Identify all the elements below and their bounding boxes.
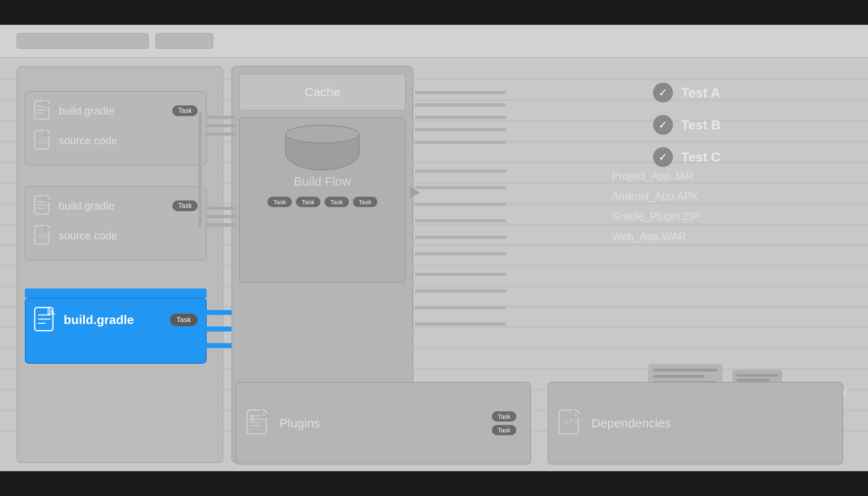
repo-line-s2 xyxy=(737,379,770,382)
svg-text:</>: </> xyxy=(37,137,51,145)
plugin-task-badges: Task Task xyxy=(492,411,516,435)
plugin-task-2: Task xyxy=(492,425,516,435)
conn-l-3 xyxy=(207,132,236,136)
test-b-label: Test B xyxy=(681,117,720,133)
file-row-2: </> source code xyxy=(34,130,198,151)
file-row-5: build.gradle Task xyxy=(34,307,198,333)
task-badge-2: Task xyxy=(172,200,198,211)
vertical-conn-left xyxy=(198,112,202,227)
bottom-bar xyxy=(0,471,868,496)
cache-box: Cache xyxy=(239,74,406,111)
conn-l-1 xyxy=(207,116,236,119)
document-icon-blue xyxy=(34,307,57,333)
test-c-label: Test C xyxy=(681,150,720,165)
build-flow-main-label: Build Flow xyxy=(294,174,351,188)
code-icon-2: </> xyxy=(34,225,52,246)
repo-line-1 xyxy=(653,369,718,372)
build-gradle-label-3: build.gradle xyxy=(64,313,163,327)
top-bar xyxy=(0,0,868,25)
build-flow-box: Build Flow Task Task Task Task xyxy=(239,117,406,283)
conn-r-14 xyxy=(415,306,506,309)
conn-r-9 xyxy=(415,219,506,222)
cylinder-top xyxy=(285,125,360,143)
build-gradle-label-2: build.gradle xyxy=(59,200,166,212)
conn-r-5 xyxy=(415,141,506,144)
task-circle-2: Task xyxy=(296,197,320,207)
dependencies-card: </> Dependencies xyxy=(548,382,843,465)
plugins-icon xyxy=(246,409,271,437)
code-icon-1: </> xyxy=(34,130,52,151)
file-row-4: </> source code xyxy=(34,225,198,246)
svg-rect-22 xyxy=(250,418,254,421)
repo-line-2 xyxy=(653,375,705,378)
build-gradle-label-1: build.gradle xyxy=(59,105,166,117)
conn-r-10 xyxy=(415,236,506,239)
bottom-cards-row: Plugins Task Task </> Dependencies xyxy=(236,382,843,465)
plugins-card: Plugins Task Task xyxy=(236,382,531,465)
conn-r-8 xyxy=(415,203,506,206)
output-war: Web_App.WAR xyxy=(612,230,843,243)
conn-r-4 xyxy=(415,128,506,131)
blue-strip-top xyxy=(25,289,207,298)
task-circle-3: Task xyxy=(324,197,349,207)
checkmark-b: ✓ xyxy=(653,115,673,135)
svg-text:</>: </> xyxy=(37,232,51,241)
conn-r-12 xyxy=(415,273,506,276)
svg-rect-21 xyxy=(250,415,254,417)
svg-text:</>: </> xyxy=(563,417,579,427)
plugin-task-1: Task xyxy=(492,411,516,422)
conn-r-15 xyxy=(415,322,506,326)
source-code-label-1: source code xyxy=(59,134,117,147)
test-item-b: ✓ Test B xyxy=(653,115,835,135)
source-code-label-2: source code xyxy=(59,229,117,242)
cylinder xyxy=(285,125,360,170)
conn-l-2 xyxy=(207,124,236,127)
document-icon-2 xyxy=(34,195,52,217)
test-item-c: ✓ Test C xyxy=(653,147,835,167)
conn-r-6 xyxy=(415,169,506,173)
dependencies-icon: </> xyxy=(558,409,583,437)
repo-line-s1 xyxy=(737,374,778,377)
task-badge-3: Task xyxy=(170,314,198,326)
conn-r-3 xyxy=(415,116,506,119)
output-zip: Gradle_Plugin.ZIP xyxy=(612,210,843,223)
test-a-label: Test A xyxy=(681,85,720,100)
conn-r-11 xyxy=(415,252,506,255)
task-circle-1: Task xyxy=(267,197,292,207)
task-circles: Task Task Task Task xyxy=(267,197,377,207)
document-icon-1 xyxy=(34,100,52,122)
tests-section: ✓ Test A ✓ Test B ✓ Test C xyxy=(653,83,835,167)
project-card-3-blue[interactable]: build.gradle Task xyxy=(25,298,207,364)
plugins-label: Plugins xyxy=(279,416,484,430)
output-jar: Project_App.JAR xyxy=(612,169,843,182)
test-item-a: ✓ Test A xyxy=(653,83,835,103)
main-content: build.gradle Task </> source code build.… xyxy=(0,58,868,471)
project-card-1: build.gradle Task </> source code xyxy=(25,91,207,165)
outputs-section: Project_App.JAR Android_App.APK Gradle_P… xyxy=(612,169,843,243)
conn-r-2 xyxy=(415,103,506,107)
conn-l-5 xyxy=(207,215,236,218)
conn-r-13 xyxy=(415,289,506,293)
toolbar xyxy=(0,25,868,58)
conn-l-4 xyxy=(207,207,236,210)
output-apk: Android_App.APK xyxy=(612,190,843,203)
arrow-right xyxy=(410,187,422,198)
conn-l-6 xyxy=(207,223,236,227)
toolbar-button-1[interactable] xyxy=(155,33,213,49)
conn-r-7 xyxy=(415,186,506,189)
conn-r-1 xyxy=(415,91,506,94)
checkmark-c: ✓ xyxy=(653,147,673,167)
project-card-2: build.gradle Task </> source code xyxy=(25,186,207,260)
dependencies-label: Dependencies xyxy=(591,416,671,430)
file-row-1: build.gradle Task xyxy=(34,100,198,122)
cache-label: Cache xyxy=(305,85,341,99)
file-row-3: build.gradle Task xyxy=(34,195,198,217)
toolbar-wide-input[interactable] xyxy=(17,33,149,49)
task-circle-4: Task xyxy=(353,197,377,207)
task-badge-1: Task xyxy=(172,105,198,116)
checkmark-a: ✓ xyxy=(653,83,673,103)
